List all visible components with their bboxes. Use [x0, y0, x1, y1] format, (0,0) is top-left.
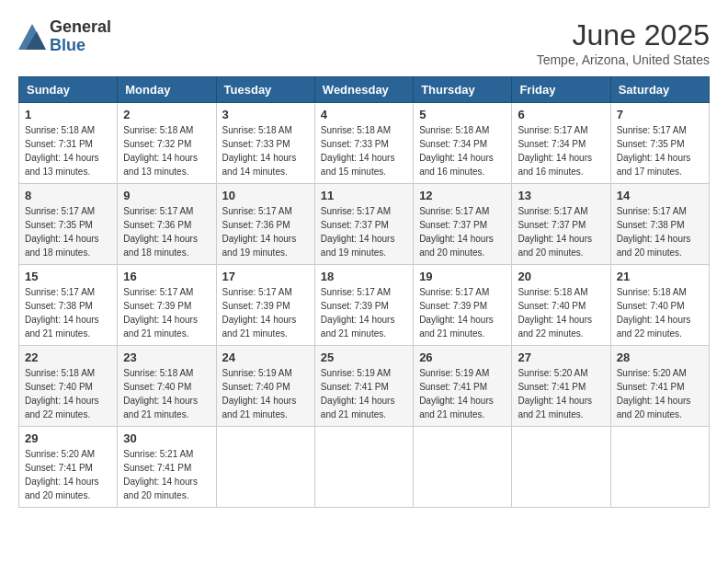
- calendar-cell: 28Sunrise: 5:20 AM Sunset: 7:41 PM Dayli…: [610, 346, 709, 427]
- day-number: 7: [617, 108, 703, 121]
- calendar-cell: 16Sunrise: 5:17 AM Sunset: 7:39 PM Dayli…: [118, 265, 216, 346]
- day-info: Sunrise: 5:17 AM Sunset: 7:37 PM Dayligh…: [321, 204, 407, 259]
- day-info: Sunrise: 5:18 AM Sunset: 7:33 PM Dayligh…: [222, 123, 309, 178]
- week-row-4: 22Sunrise: 5:18 AM Sunset: 7:40 PM Dayli…: [19, 346, 710, 427]
- calendar-cell: 8Sunrise: 5:17 AM Sunset: 7:35 PM Daylig…: [19, 184, 118, 265]
- day-info: Sunrise: 5:17 AM Sunset: 7:34 PM Dayligh…: [518, 123, 604, 178]
- location: Tempe, Arizona, United States: [537, 52, 710, 67]
- day-number: 8: [25, 189, 111, 202]
- calendar-table: SundayMondayTuesdayWednesdayThursdayFrid…: [18, 76, 710, 508]
- calendar-cell: 4Sunrise: 5:18 AM Sunset: 7:33 PM Daylig…: [314, 103, 413, 184]
- day-info: Sunrise: 5:17 AM Sunset: 7:37 PM Dayligh…: [518, 204, 604, 259]
- day-number: 15: [25, 270, 111, 283]
- title-area: June 2025 Tempe, Arizona, United States: [537, 18, 710, 67]
- day-number: 18: [321, 270, 407, 283]
- calendar-cell: 13Sunrise: 5:17 AM Sunset: 7:37 PM Dayli…: [512, 184, 610, 265]
- day-info: Sunrise: 5:18 AM Sunset: 7:33 PM Dayligh…: [321, 123, 407, 178]
- calendar-cell: 27Sunrise: 5:20 AM Sunset: 7:41 PM Dayli…: [512, 346, 610, 427]
- day-number: 17: [222, 270, 309, 283]
- day-number: 2: [123, 108, 210, 121]
- calendar-cell: 29Sunrise: 5:20 AM Sunset: 7:41 PM Dayli…: [19, 427, 118, 508]
- day-info: Sunrise: 5:17 AM Sunset: 7:39 PM Dayligh…: [123, 285, 210, 340]
- day-number: 20: [518, 270, 604, 283]
- calendar-cell: 17Sunrise: 5:17 AM Sunset: 7:39 PM Dayli…: [216, 265, 314, 346]
- day-number: 16: [123, 270, 210, 283]
- day-number: 11: [321, 189, 407, 202]
- day-number: 14: [617, 189, 703, 202]
- calendar-cell: 1Sunrise: 5:18 AM Sunset: 7:31 PM Daylig…: [19, 103, 118, 184]
- day-number: 3: [222, 108, 309, 121]
- day-number: 23: [123, 350, 210, 364]
- column-header-saturday: Saturday: [610, 77, 709, 103]
- calendar-cell: 3Sunrise: 5:18 AM Sunset: 7:33 PM Daylig…: [216, 103, 314, 184]
- logo-general-text: General: [50, 18, 111, 37]
- calendar-cell: [512, 427, 610, 508]
- day-info: Sunrise: 5:18 AM Sunset: 7:40 PM Dayligh…: [518, 285, 604, 340]
- column-header-sunday: Sunday: [19, 77, 118, 103]
- calendar-cell: 21Sunrise: 5:18 AM Sunset: 7:40 PM Dayli…: [610, 265, 709, 346]
- calendar-cell: 23Sunrise: 5:18 AM Sunset: 7:40 PM Dayli…: [118, 346, 216, 427]
- calendar-cell: [216, 427, 314, 508]
- week-row-3: 15Sunrise: 5:17 AM Sunset: 7:38 PM Dayli…: [19, 265, 710, 346]
- day-number: 29: [25, 431, 111, 445]
- day-number: 12: [419, 189, 506, 202]
- day-info: Sunrise: 5:18 AM Sunset: 7:32 PM Dayligh…: [123, 123, 210, 178]
- day-info: Sunrise: 5:18 AM Sunset: 7:31 PM Dayligh…: [25, 123, 111, 178]
- calendar-cell: [610, 427, 709, 508]
- calendar-cell: 15Sunrise: 5:17 AM Sunset: 7:38 PM Dayli…: [19, 265, 118, 346]
- calendar-cell: 20Sunrise: 5:18 AM Sunset: 7:40 PM Dayli…: [512, 265, 610, 346]
- day-info: Sunrise: 5:17 AM Sunset: 7:39 PM Dayligh…: [321, 285, 407, 340]
- calendar-cell: [414, 427, 512, 508]
- day-number: 21: [617, 270, 703, 283]
- day-info: Sunrise: 5:17 AM Sunset: 7:37 PM Dayligh…: [419, 204, 506, 259]
- calendar-cell: 10Sunrise: 5:17 AM Sunset: 7:36 PM Dayli…: [216, 184, 314, 265]
- calendar-cell: 2Sunrise: 5:18 AM Sunset: 7:32 PM Daylig…: [118, 103, 216, 184]
- day-number: 30: [123, 431, 210, 445]
- calendar-cell: 12Sunrise: 5:17 AM Sunset: 7:37 PM Dayli…: [414, 184, 512, 265]
- day-info: Sunrise: 5:19 AM Sunset: 7:41 PM Dayligh…: [321, 366, 407, 421]
- column-header-thursday: Thursday: [414, 77, 512, 103]
- day-info: Sunrise: 5:17 AM Sunset: 7:39 PM Dayligh…: [222, 285, 309, 340]
- calendar-cell: 24Sunrise: 5:19 AM Sunset: 7:40 PM Dayli…: [216, 346, 314, 427]
- day-number: 4: [321, 108, 407, 121]
- calendar-cell: 14Sunrise: 5:17 AM Sunset: 7:38 PM Dayli…: [610, 184, 709, 265]
- day-number: 1: [25, 108, 111, 121]
- day-info: Sunrise: 5:17 AM Sunset: 7:38 PM Dayligh…: [25, 285, 111, 340]
- logo: General Blue: [18, 18, 111, 55]
- day-number: 27: [518, 350, 604, 364]
- day-info: Sunrise: 5:18 AM Sunset: 7:34 PM Dayligh…: [419, 123, 506, 178]
- day-number: 28: [617, 350, 703, 364]
- calendar-cell: 25Sunrise: 5:19 AM Sunset: 7:41 PM Dayli…: [314, 346, 413, 427]
- day-number: 24: [222, 350, 309, 364]
- week-row-1: 1Sunrise: 5:18 AM Sunset: 7:31 PM Daylig…: [19, 103, 710, 184]
- day-info: Sunrise: 5:17 AM Sunset: 7:35 PM Dayligh…: [617, 123, 703, 178]
- calendar-cell: 7Sunrise: 5:17 AM Sunset: 7:35 PM Daylig…: [610, 103, 709, 184]
- calendar-cell: 19Sunrise: 5:17 AM Sunset: 7:39 PM Dayli…: [414, 265, 512, 346]
- day-info: Sunrise: 5:17 AM Sunset: 7:39 PM Dayligh…: [419, 285, 506, 340]
- calendar-cell: 26Sunrise: 5:19 AM Sunset: 7:41 PM Dayli…: [414, 346, 512, 427]
- logo-icon: [18, 24, 46, 50]
- day-number: 5: [419, 108, 506, 121]
- day-info: Sunrise: 5:20 AM Sunset: 7:41 PM Dayligh…: [617, 366, 703, 421]
- column-header-monday: Monday: [118, 77, 216, 103]
- calendar-cell: 30Sunrise: 5:21 AM Sunset: 7:41 PM Dayli…: [118, 427, 216, 508]
- day-number: 19: [419, 270, 506, 283]
- calendar-cell: 18Sunrise: 5:17 AM Sunset: 7:39 PM Dayli…: [314, 265, 413, 346]
- day-info: Sunrise: 5:20 AM Sunset: 7:41 PM Dayligh…: [518, 366, 604, 421]
- day-info: Sunrise: 5:19 AM Sunset: 7:41 PM Dayligh…: [419, 366, 506, 421]
- day-info: Sunrise: 5:18 AM Sunset: 7:40 PM Dayligh…: [617, 285, 703, 340]
- day-info: Sunrise: 5:17 AM Sunset: 7:36 PM Dayligh…: [222, 204, 309, 259]
- calendar-cell: 22Sunrise: 5:18 AM Sunset: 7:40 PM Dayli…: [19, 346, 118, 427]
- calendar-cell: 5Sunrise: 5:18 AM Sunset: 7:34 PM Daylig…: [414, 103, 512, 184]
- day-info: Sunrise: 5:17 AM Sunset: 7:38 PM Dayligh…: [617, 204, 703, 259]
- day-info: Sunrise: 5:20 AM Sunset: 7:41 PM Dayligh…: [25, 447, 111, 502]
- column-header-tuesday: Tuesday: [216, 77, 314, 103]
- day-number: 13: [518, 189, 604, 202]
- week-row-5: 29Sunrise: 5:20 AM Sunset: 7:41 PM Dayli…: [19, 427, 710, 508]
- day-info: Sunrise: 5:19 AM Sunset: 7:40 PM Dayligh…: [222, 366, 309, 421]
- day-number: 9: [123, 189, 210, 202]
- calendar-cell: 6Sunrise: 5:17 AM Sunset: 7:34 PM Daylig…: [512, 103, 610, 184]
- day-info: Sunrise: 5:18 AM Sunset: 7:40 PM Dayligh…: [123, 366, 210, 421]
- day-info: Sunrise: 5:17 AM Sunset: 7:35 PM Dayligh…: [25, 204, 111, 259]
- logo-blue-text: Blue: [50, 37, 111, 55]
